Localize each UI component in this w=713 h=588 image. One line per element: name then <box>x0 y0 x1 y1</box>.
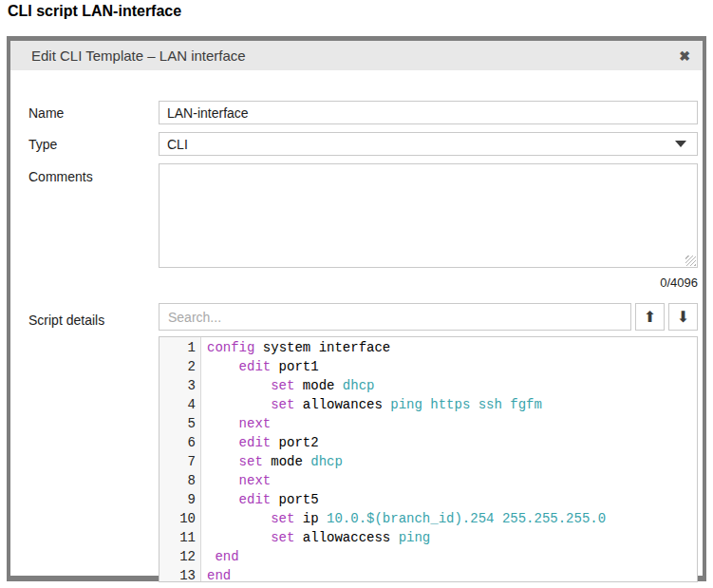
line-number: 1 <box>159 338 196 357</box>
comments-textarea[interactable] <box>159 163 698 268</box>
comments-textarea-wrap <box>159 163 698 268</box>
line-number: 11 <box>159 528 196 547</box>
dialog-header: Edit CLI Template – LAN interface ✖ <box>10 41 703 70</box>
line-number: 9 <box>159 490 196 509</box>
move-down-button[interactable]: ⬇ <box>668 303 698 331</box>
code-area: config system interface edit port1 set m… <box>201 337 697 581</box>
code-line: set allowaccess ping <box>207 528 697 547</box>
script-details-label: Script details <box>28 306 159 328</box>
dialog-title: Edit CLI Template – LAN interface <box>31 47 679 64</box>
code-line: set ip 10.0.$(branch_id).254 255.255.255… <box>207 509 697 528</box>
script-details-row: Script details ⬆ ⬇ <box>28 303 698 331</box>
code-line: next <box>207 414 697 433</box>
edit-cli-template-dialog: Edit CLI Template – LAN interface ✖ Name… <box>7 36 706 581</box>
name-label: Name <box>28 105 159 121</box>
code-line: edit port2 <box>207 433 697 452</box>
code-line: set mode dhcp <box>207 376 697 395</box>
close-icon[interactable]: ✖ <box>679 49 690 63</box>
line-number: 10 <box>159 509 196 528</box>
code-line: end <box>207 566 697 581</box>
name-input[interactable] <box>159 101 698 124</box>
line-number: 6 <box>159 433 196 452</box>
comments-row: Comments <box>28 163 698 268</box>
type-select[interactable]: CLI <box>159 132 698 156</box>
type-select-value: CLI <box>167 137 188 152</box>
move-up-button[interactable]: ⬆ <box>635 303 665 331</box>
line-number: 4 <box>159 395 196 414</box>
arrow-down-icon: ⬇ <box>677 308 689 326</box>
code-editor[interactable]: 12345678910111213 config system interfac… <box>159 336 698 582</box>
line-number: 2 <box>159 357 196 376</box>
name-row: Name <box>28 101 698 124</box>
code-line: edit port1 <box>207 357 697 376</box>
chevron-down-icon <box>675 141 686 147</box>
page-title: CLI script LAN-interface <box>8 3 181 20</box>
code-line: set mode dhcp <box>207 452 697 471</box>
dialog-body: Name Type CLI Comments 0/4096 Script det… <box>10 70 703 582</box>
search-controls: ⬆ ⬇ <box>159 303 698 331</box>
editor-row: 12345678910111213 config system interfac… <box>28 336 698 582</box>
line-number: 7 <box>159 452 196 471</box>
char-counter: 0/4096 <box>28 275 698 290</box>
resize-handle-icon[interactable] <box>685 256 696 266</box>
line-number-gutter: 12345678910111213 <box>159 337 201 581</box>
line-number: 8 <box>159 471 196 490</box>
comments-label: Comments <box>28 163 159 184</box>
line-number: 5 <box>159 414 196 433</box>
code-line: edit port5 <box>207 490 697 509</box>
line-number: 3 <box>159 376 196 395</box>
code-line: config system interface <box>207 338 697 357</box>
search-input[interactable] <box>159 303 631 331</box>
arrow-up-icon: ⬆ <box>644 308 656 326</box>
line-number: 12 <box>159 547 196 566</box>
code-line: end <box>207 547 697 566</box>
type-label: Type <box>28 137 159 152</box>
type-row: Type CLI <box>28 132 698 156</box>
code-line: next <box>207 471 697 490</box>
code-line: set allowances ping https ssh fgfm <box>207 395 697 414</box>
line-number: 13 <box>159 566 196 582</box>
